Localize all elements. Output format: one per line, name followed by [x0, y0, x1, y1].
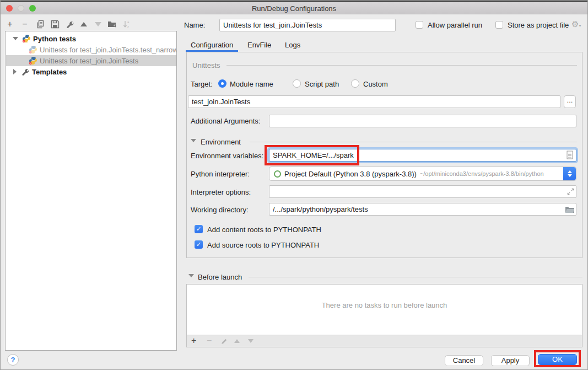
target-input[interactable]	[188, 95, 560, 108]
browse-target-button[interactable]: ...	[564, 95, 576, 108]
tree-item-unittests-joitests-selected[interactable]: Unittests for test_join.JoinTests	[6, 55, 176, 66]
allow-parallel-run-label: Allow parallel run	[428, 21, 482, 29]
remove-configuration-button[interactable]: −	[20, 19, 30, 29]
add-task-button[interactable]: +	[191, 336, 196, 346]
tab-envfile[interactable]: EnvFile	[247, 41, 271, 49]
python-test-config-icon	[29, 45, 37, 54]
up-arrow-icon	[80, 22, 87, 26]
title-bar: Run/Debug Configurations	[1, 2, 587, 14]
name-label: Name:	[184, 21, 205, 29]
target-script-path-label[interactable]: Script path	[305, 80, 339, 88]
run-debug-configurations-dialog: Run/Debug Configurations + − az Python t…	[0, 0, 588, 370]
before-launch-tasks-panel: There are no tasks to run before launch	[186, 284, 582, 335]
store-as-project-file-checkbox[interactable]	[495, 21, 503, 29]
move-up-button[interactable]	[79, 19, 89, 29]
environment-section-toggle-icon[interactable]	[191, 139, 196, 142]
unittests-section-label: Unittests	[192, 61, 220, 69]
interpreter-options-input[interactable]	[269, 185, 576, 198]
edit-configuration-button[interactable]	[65, 19, 75, 29]
window-title: Run/Debug Configurations	[1, 4, 587, 13]
configurations-tree-panel: Python tests Unittests for test_join.Joi…	[5, 31, 177, 351]
expand-field-icon[interactable]	[567, 187, 575, 198]
tree-item-label: Unittests for test_join.JoinTests	[40, 57, 138, 65]
interpreter-options-label: Interpreter options:	[191, 188, 251, 196]
remove-task-button: −	[207, 336, 212, 346]
additional-arguments-label: Additional Arguments:	[191, 117, 260, 125]
add-source-roots-checkbox[interactable]: ✓	[195, 240, 203, 249]
sort-configurations-button: az	[122, 19, 132, 29]
expand-arrow-icon[interactable]	[13, 37, 18, 40]
svg-text:z: z	[127, 25, 129, 28]
before-launch-section-label: Before launch	[198, 273, 242, 281]
wrench-icon	[66, 20, 74, 29]
minus-icon: −	[22, 19, 27, 29]
environment-variables-input[interactable]	[269, 149, 576, 162]
add-source-roots-label: Add source roots to PYTHONPATH	[207, 241, 319, 249]
target-script-path-radio[interactable]	[293, 79, 301, 88]
python-tests-icon	[22, 34, 31, 43]
tab-configuration[interactable]: Configuration	[191, 41, 233, 49]
tree-item-label: Python tests	[33, 35, 76, 43]
move-task-up-icon	[234, 339, 240, 343]
before-launch-toolbar: + −	[186, 335, 582, 347]
folder-add-icon	[107, 20, 116, 29]
name-input[interactable]	[219, 19, 396, 31]
python-interpreter-path: ~/opt/miniconda3/envs/pyspark-3.8/bin/py…	[420, 170, 544, 177]
environment-variables-label: Environment variables:	[191, 152, 263, 160]
apply-button[interactable]: Apply	[491, 355, 530, 366]
folder-browse-icon[interactable]	[565, 206, 575, 216]
before-launch-toggle-icon[interactable]	[188, 274, 194, 277]
target-custom-radio[interactable]	[351, 79, 359, 88]
collapse-arrow-icon[interactable]	[13, 69, 17, 74]
before-launch-empty-text: There are no tasks to run before launch	[187, 301, 582, 309]
tab-logs[interactable]: Logs	[285, 41, 300, 49]
target-module-name-label[interactable]: Module name	[230, 80, 273, 88]
environment-section-label: Environment	[201, 138, 241, 146]
plus-icon: +	[7, 19, 12, 29]
templates-wrench-icon	[21, 67, 30, 76]
section-divider	[250, 142, 577, 142]
tree-item-python-tests[interactable]: Python tests	[6, 33, 176, 44]
select-chevrons-icon[interactable]	[563, 167, 576, 180]
tree-item-templates[interactable]: Templates	[6, 66, 176, 77]
python-interpreter-label: Python interpreter:	[191, 170, 250, 178]
help-button[interactable]: ?	[7, 354, 19, 366]
working-directory-input[interactable]	[269, 203, 576, 216]
save-configuration-button[interactable]	[50, 19, 60, 29]
allow-parallel-run-checkbox[interactable]	[416, 21, 423, 29]
section-divider	[249, 277, 582, 277]
python-test-config-icon	[29, 56, 37, 65]
add-content-roots-checkbox[interactable]: ✓	[195, 225, 203, 233]
sort-az-icon: az	[122, 20, 131, 29]
ok-button[interactable]: OK	[538, 354, 577, 365]
move-task-down-icon	[248, 339, 253, 343]
paste-variables-icon[interactable]	[566, 151, 574, 162]
move-into-folder-button[interactable]	[107, 19, 117, 29]
store-as-project-file-label: Store as project file	[508, 21, 569, 29]
edit-task-pencil-icon	[220, 337, 228, 347]
conda-env-icon	[274, 170, 281, 178]
target-module-name-radio[interactable]	[218, 79, 226, 88]
copy-configuration-button[interactable]	[35, 19, 45, 29]
store-options-gear-icon[interactable]: ⚙▾	[571, 19, 581, 29]
svg-text:a: a	[127, 20, 130, 24]
python-interpreter-value: Project Default (Python 3.8 (pyspark-3.8…	[284, 170, 417, 178]
additional-arguments-input[interactable]	[269, 115, 576, 127]
cancel-button[interactable]: Cancel	[445, 355, 483, 366]
tree-item-label: Unittests for test_join.JoinTests.test_n…	[40, 46, 176, 54]
section-divider	[226, 65, 577, 66]
tree-item-unittests-test-narrow[interactable]: Unittests for test_join.JoinTests.test_n…	[6, 44, 176, 55]
down-arrow-icon	[95, 22, 101, 26]
add-content-roots-label: Add content roots to PYTHONPATH	[207, 226, 321, 234]
save-icon	[51, 20, 60, 29]
python-interpreter-select[interactable]: Project Default (Python 3.8 (pyspark-3.8…	[269, 167, 576, 181]
target-custom-label[interactable]: Custom	[363, 80, 388, 88]
working-directory-label: Working directory:	[191, 206, 249, 214]
add-configuration-button[interactable]: +	[5, 19, 15, 29]
target-label: Target:	[191, 80, 213, 88]
move-down-button	[93, 19, 103, 29]
tree-item-label: Templates	[32, 68, 67, 76]
copy-icon	[36, 20, 45, 29]
